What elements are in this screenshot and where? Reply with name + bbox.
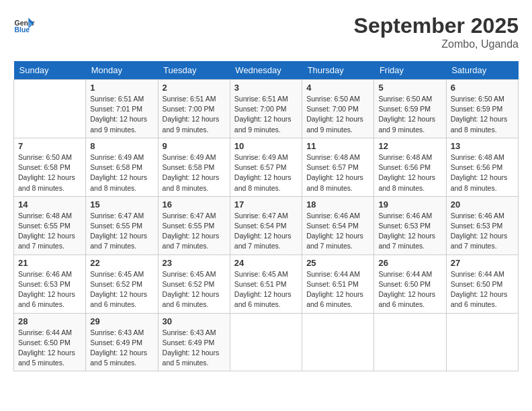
calendar-cell: 8Sunrise: 6:49 AM Sunset: 6:58 PM Daylig… (86, 138, 158, 196)
day-number: 15 (90, 199, 153, 210)
col-header-saturday: Saturday (446, 61, 518, 80)
day-info: Sunrise: 6:50 AM Sunset: 7:00 PM Dayligh… (306, 94, 369, 135)
calendar-cell: 9Sunrise: 6:49 AM Sunset: 6:58 PM Daylig… (158, 138, 230, 196)
calendar-cell: 4Sunrise: 6:50 AM Sunset: 7:00 PM Daylig… (302, 80, 374, 138)
col-header-friday: Friday (374, 61, 446, 80)
col-header-thursday: Thursday (302, 61, 374, 80)
day-info: Sunrise: 6:46 AM Sunset: 6:53 PM Dayligh… (378, 211, 441, 252)
day-number: 24 (234, 258, 298, 268)
calendar-cell: 2Sunrise: 6:51 AM Sunset: 7:00 PM Daylig… (158, 80, 230, 138)
day-number: 13 (451, 141, 514, 151)
calendar-cell (446, 313, 518, 371)
calendar-cell: 22Sunrise: 6:45 AM Sunset: 6:52 PM Dayli… (86, 255, 158, 313)
calendar-cell (230, 313, 302, 371)
location: Zombo, Uganda (354, 38, 519, 50)
day-number: 4 (306, 83, 369, 93)
month-title: September 2025 (354, 13, 519, 38)
day-info: Sunrise: 6:45 AM Sunset: 6:52 PM Dayligh… (163, 269, 226, 310)
day-info: Sunrise: 6:49 AM Sunset: 6:57 PM Dayligh… (234, 152, 298, 193)
calendar-cell: 21Sunrise: 6:46 AM Sunset: 6:53 PM Dayli… (14, 255, 86, 313)
calendar-cell: 20Sunrise: 6:46 AM Sunset: 6:53 PM Dayli… (446, 196, 518, 255)
calendar-cell: 17Sunrise: 6:47 AM Sunset: 6:54 PM Dayli… (230, 196, 302, 255)
day-number: 29 (90, 316, 153, 326)
calendar-cell: 1Sunrise: 6:51 AM Sunset: 7:01 PM Daylig… (86, 80, 158, 138)
day-info: Sunrise: 6:46 AM Sunset: 6:53 PM Dayligh… (451, 211, 514, 252)
svg-text:Blue: Blue (15, 26, 30, 34)
day-number: 30 (163, 316, 226, 326)
calendar-week-row: 28Sunrise: 6:44 AM Sunset: 6:50 PM Dayli… (14, 313, 519, 371)
day-number: 3 (234, 83, 298, 93)
page-header: General Blue September 2025 Zombo, Ugand… (13, 13, 519, 50)
day-info: Sunrise: 6:46 AM Sunset: 6:54 PM Dayligh… (306, 211, 369, 252)
calendar-cell: 16Sunrise: 6:47 AM Sunset: 6:55 PM Dayli… (158, 196, 230, 255)
calendar-cell: 27Sunrise: 6:44 AM Sunset: 6:50 PM Dayli… (446, 255, 518, 313)
day-info: Sunrise: 6:51 AM Sunset: 7:00 PM Dayligh… (163, 94, 226, 135)
day-number: 9 (163, 141, 226, 151)
day-number: 26 (378, 258, 441, 268)
day-number: 16 (163, 199, 226, 210)
day-info: Sunrise: 6:44 AM Sunset: 6:50 PM Dayligh… (451, 269, 514, 310)
day-info: Sunrise: 6:49 AM Sunset: 6:58 PM Dayligh… (163, 152, 226, 193)
col-header-tuesday: Tuesday (158, 61, 230, 80)
day-number: 17 (234, 199, 298, 210)
day-number: 18 (306, 199, 369, 210)
day-info: Sunrise: 6:44 AM Sunset: 6:51 PM Dayligh… (306, 269, 369, 310)
day-number: 23 (163, 258, 226, 268)
day-number: 25 (306, 258, 369, 268)
day-info: Sunrise: 6:45 AM Sunset: 6:51 PM Dayligh… (234, 269, 298, 310)
day-number: 10 (234, 141, 298, 151)
day-info: Sunrise: 6:49 AM Sunset: 6:58 PM Dayligh… (90, 152, 153, 193)
day-info: Sunrise: 6:50 AM Sunset: 6:59 PM Dayligh… (451, 94, 514, 135)
day-info: Sunrise: 6:48 AM Sunset: 6:57 PM Dayligh… (306, 152, 369, 193)
day-number: 7 (18, 141, 81, 151)
day-number: 8 (90, 141, 153, 151)
day-info: Sunrise: 6:51 AM Sunset: 7:00 PM Dayligh… (234, 94, 298, 135)
calendar-cell: 29Sunrise: 6:43 AM Sunset: 6:49 PM Dayli… (86, 313, 158, 371)
calendar-week-row: 14Sunrise: 6:48 AM Sunset: 6:55 PM Dayli… (14, 196, 519, 255)
calendar-cell: 12Sunrise: 6:48 AM Sunset: 6:56 PM Dayli… (374, 138, 446, 196)
day-info: Sunrise: 6:44 AM Sunset: 6:50 PM Dayligh… (378, 269, 441, 310)
calendar-cell: 11Sunrise: 6:48 AM Sunset: 6:57 PM Dayli… (302, 138, 374, 196)
calendar-cell: 7Sunrise: 6:50 AM Sunset: 6:58 PM Daylig… (14, 138, 86, 196)
day-number: 21 (18, 258, 81, 268)
day-number: 14 (18, 199, 81, 210)
day-number: 28 (18, 316, 81, 326)
calendar-cell: 15Sunrise: 6:47 AM Sunset: 6:55 PM Dayli… (86, 196, 158, 255)
day-info: Sunrise: 6:47 AM Sunset: 6:55 PM Dayligh… (90, 211, 153, 252)
day-number: 11 (306, 141, 369, 151)
day-info: Sunrise: 6:48 AM Sunset: 6:55 PM Dayligh… (18, 211, 81, 252)
col-header-monday: Monday (86, 61, 158, 80)
calendar-cell: 13Sunrise: 6:48 AM Sunset: 6:56 PM Dayli… (446, 138, 518, 196)
calendar-cell: 19Sunrise: 6:46 AM Sunset: 6:53 PM Dayli… (374, 196, 446, 255)
calendar-week-row: 21Sunrise: 6:46 AM Sunset: 6:53 PM Dayli… (14, 255, 519, 313)
day-number: 5 (378, 83, 441, 93)
calendar-cell: 25Sunrise: 6:44 AM Sunset: 6:51 PM Dayli… (302, 255, 374, 313)
title-block: September 2025 Zombo, Uganda (354, 13, 519, 50)
calendar-cell: 24Sunrise: 6:45 AM Sunset: 6:51 PM Dayli… (230, 255, 302, 313)
calendar-cell: 26Sunrise: 6:44 AM Sunset: 6:50 PM Dayli… (374, 255, 446, 313)
day-info: Sunrise: 6:48 AM Sunset: 6:56 PM Dayligh… (451, 152, 514, 193)
col-header-sunday: Sunday (14, 61, 86, 80)
calendar-cell (14, 80, 86, 138)
day-number: 19 (378, 199, 441, 210)
calendar-cell: 6Sunrise: 6:50 AM Sunset: 6:59 PM Daylig… (446, 80, 518, 138)
day-info: Sunrise: 6:43 AM Sunset: 6:49 PM Dayligh… (90, 328, 153, 369)
calendar-cell (374, 313, 446, 371)
calendar-cell: 3Sunrise: 6:51 AM Sunset: 7:00 PM Daylig… (230, 80, 302, 138)
calendar-week-row: 7Sunrise: 6:50 AM Sunset: 6:58 PM Daylig… (14, 138, 519, 196)
day-info: Sunrise: 6:48 AM Sunset: 6:56 PM Dayligh… (378, 152, 441, 193)
col-header-wednesday: Wednesday (230, 61, 302, 80)
logo: General Blue (13, 13, 35, 35)
day-info: Sunrise: 6:46 AM Sunset: 6:53 PM Dayligh… (18, 269, 81, 310)
day-info: Sunrise: 6:44 AM Sunset: 6:50 PM Dayligh… (18, 328, 81, 369)
calendar-cell: 18Sunrise: 6:46 AM Sunset: 6:54 PM Dayli… (302, 196, 374, 255)
day-info: Sunrise: 6:45 AM Sunset: 6:52 PM Dayligh… (90, 269, 153, 310)
calendar-cell: 5Sunrise: 6:50 AM Sunset: 6:59 PM Daylig… (374, 80, 446, 138)
calendar-header-row: SundayMondayTuesdayWednesdayThursdayFrid… (14, 61, 519, 80)
calendar-week-row: 1Sunrise: 6:51 AM Sunset: 7:01 PM Daylig… (14, 80, 519, 138)
calendar-cell: 14Sunrise: 6:48 AM Sunset: 6:55 PM Dayli… (14, 196, 86, 255)
calendar-cell: 23Sunrise: 6:45 AM Sunset: 6:52 PM Dayli… (158, 255, 230, 313)
day-number: 1 (90, 83, 153, 93)
calendar-cell: 30Sunrise: 6:43 AM Sunset: 6:49 PM Dayli… (158, 313, 230, 371)
calendar-table: SundayMondayTuesdayWednesdayThursdayFrid… (13, 61, 519, 371)
